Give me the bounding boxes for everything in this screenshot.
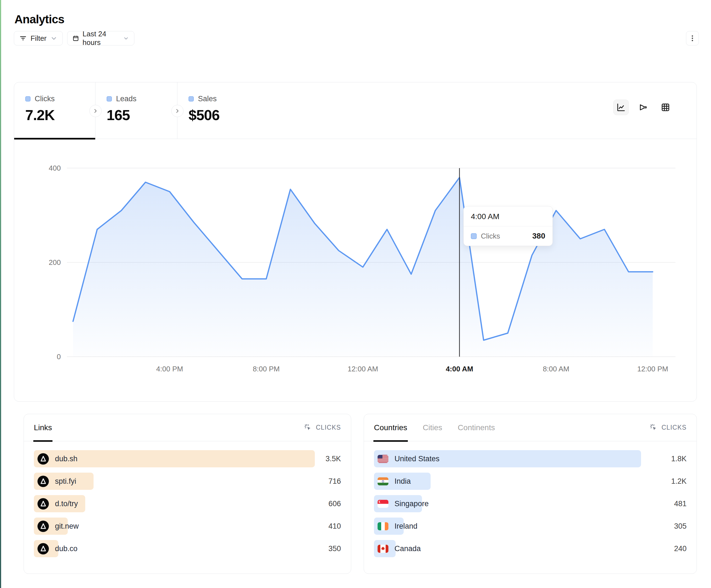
tooltip-series-label: Clicks (481, 232, 500, 241)
filter-label: Filter (30, 34, 47, 43)
chart-view-switcher (613, 99, 673, 115)
dub-logo-icon (38, 543, 49, 555)
list-item[interactable]: spti.fyi716 (34, 473, 341, 490)
expand-clicks-leads-button[interactable] (89, 105, 102, 117)
list-item[interactable]: Canada240 (374, 540, 687, 557)
dub-logo-icon (38, 453, 49, 465)
dub-logo-icon (38, 521, 49, 532)
calendar-icon (72, 35, 79, 42)
tab-label: Cities (423, 423, 442, 432)
chart-tooltip: 4:00 AM Clicks 380 (464, 206, 553, 246)
in-flag-icon (378, 477, 388, 485)
list-item[interactable]: Singapore481 (374, 495, 687, 512)
item-value: 1.2K (671, 473, 687, 490)
stat-label: Clicks (35, 95, 55, 103)
sg-flag-icon (378, 500, 388, 508)
item-value: 1.8K (671, 450, 687, 467)
item-value: 3.5K (325, 450, 341, 467)
more-options-button[interactable] (686, 31, 699, 45)
funnel-chart-view-button[interactable] (635, 99, 651, 115)
date-range-label: Last 24 hours (83, 30, 120, 47)
chevron-right-icon (174, 108, 180, 114)
item-label: git.new (55, 522, 79, 530)
tab-cities[interactable]: Cities (423, 414, 442, 441)
metric-label: CLICKS (316, 424, 341, 431)
svg-text:8:00 AM: 8:00 AM (543, 365, 569, 373)
countries-list: United States1.8KIndia1.2KSingapore481Ir… (364, 441, 696, 557)
cursor-click-icon (650, 424, 658, 432)
item-value: 305 (674, 518, 687, 535)
cursor-click-icon (304, 424, 312, 432)
chevron-down-icon (50, 35, 58, 42)
page-title: Analytics (15, 13, 64, 26)
item-label: d.to/try (55, 499, 78, 508)
tab-label: Continents (458, 423, 495, 432)
item-value: 410 (328, 518, 341, 535)
list-item[interactable]: git.new410 (34, 518, 341, 535)
leads-legend-chip (107, 96, 112, 101)
countries-panel-header: Countries Cities Continents CLICKS (364, 414, 696, 441)
tab-continents[interactable]: Continents (458, 414, 495, 441)
filter-icon (19, 35, 27, 42)
svg-text:12:00 AM: 12:00 AM (348, 365, 378, 373)
tab-label: Countries (374, 423, 407, 432)
analytics-page: Analytics Filter Last 24 hours Clicks 7.… (0, 0, 711, 588)
clicks-total: 7.2K (25, 107, 95, 123)
date-range-button[interactable]: Last 24 hours (67, 31, 134, 45)
item-label: United States (394, 455, 439, 463)
countries-metric-selector[interactable]: CLICKS (650, 414, 687, 441)
ca-flag-icon (378, 545, 388, 553)
analytics-card: Clicks 7.2K Leads 165 Sales $506 (14, 82, 697, 402)
svg-text:4:00 PM: 4:00 PM (156, 365, 183, 373)
svg-text:200: 200 (49, 258, 61, 267)
tab-clicks[interactable]: Clicks 7.2K (14, 82, 95, 139)
links-panel-header: Links CLICKS (24, 414, 351, 441)
svg-text:12:00 PM: 12:00 PM (637, 365, 668, 373)
list-item[interactable]: Ireland305 (374, 518, 687, 535)
stat-label: Sales (198, 95, 217, 103)
item-label: dub.sh (55, 455, 78, 463)
tab-links[interactable]: Links (34, 414, 52, 441)
metric-label: CLICKS (662, 424, 687, 431)
tab-label: Links (34, 423, 52, 432)
stat-label: Leads (116, 95, 136, 103)
item-label: India (394, 477, 411, 485)
item-value: 481 (674, 495, 687, 512)
svg-text:0: 0 (57, 353, 61, 361)
stats-tabs: Clicks 7.2K Leads 165 Sales $506 (14, 82, 696, 139)
filter-button[interactable]: Filter (14, 31, 63, 45)
dub-logo-icon (38, 498, 49, 510)
item-label: dub.co (55, 544, 78, 553)
links-metric-selector[interactable]: CLICKS (304, 414, 341, 441)
links-panel: Links CLICKS dub.sh3.5Kspti.fyi716d.to/t… (24, 414, 351, 574)
countries-panel: Countries Cities Continents CLICKS Unite… (364, 414, 697, 574)
item-value: 606 (328, 495, 341, 512)
line-chart-icon (616, 103, 626, 112)
item-label: spti.fyi (55, 477, 76, 485)
svg-text:4:00 AM: 4:00 AM (446, 365, 473, 373)
leads-total: 165 (107, 107, 177, 123)
kebab-menu-icon (689, 35, 696, 42)
window-edge-strip (0, 0, 1, 588)
line-chart-view-button[interactable] (613, 99, 629, 115)
list-item[interactable]: dub.co350 (34, 540, 341, 557)
list-item[interactable]: India1.2K (374, 473, 687, 490)
list-item[interactable]: dub.sh3.5K (34, 450, 341, 467)
clicks-legend-chip (25, 96, 30, 101)
us-flag-icon (378, 455, 388, 463)
expand-leads-sales-button[interactable] (171, 105, 184, 117)
svg-text:400: 400 (49, 164, 61, 172)
item-value: 240 (674, 540, 687, 557)
list-item[interactable]: d.to/try606 (34, 495, 341, 512)
clicks-area-chart[interactable]: 02004004:00 PM8:00 PM12:00 AM4:00 AM8:00… (14, 139, 697, 401)
toolbar: Filter Last 24 hours (14, 31, 699, 45)
dub-logo-icon (38, 476, 49, 487)
svg-text:8:00 PM: 8:00 PM (253, 365, 280, 373)
list-item[interactable]: United States1.8K (374, 450, 687, 467)
table-view-button[interactable] (658, 99, 673, 115)
item-label: Singapore (394, 499, 429, 508)
funnel-chart-icon (639, 103, 648, 112)
tab-countries[interactable]: Countries (374, 414, 407, 441)
tab-leads[interactable]: Leads 165 (95, 82, 177, 139)
links-list: dub.sh3.5Kspti.fyi716d.to/try606git.new4… (24, 441, 351, 557)
